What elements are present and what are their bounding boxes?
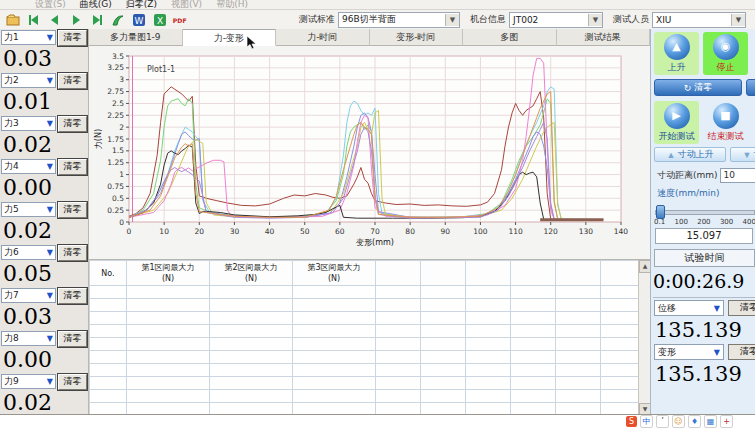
force-channels-panel: 力1▼清零0.03力2▼清零0.01力3▼清零0.02力4▼清零0.00力5▼清… [0, 29, 89, 415]
table-row[interactable] [90, 312, 646, 325]
tab-0[interactable]: 多力量图1-9 [89, 29, 183, 46]
channel-zero-button-3[interactable]: 清零 [58, 116, 87, 132]
table-row[interactable] [90, 325, 646, 338]
nav-prev-icon[interactable] [45, 11, 64, 28]
table-row[interactable] [90, 351, 646, 364]
menu-item-2[interactable]: 归零(Z) [121, 0, 162, 9]
jog-up-button[interactable]: ▲ 上升 [654, 32, 699, 75]
svg-text:3: 3 [119, 75, 124, 84]
open-file-icon[interactable] [3, 11, 22, 28]
field-select-2[interactable]: XIU▼ [652, 12, 746, 28]
inch-distance-input[interactable]: 10 [720, 168, 755, 183]
channel-select-2[interactable]: 力2▼ [1, 73, 56, 88]
stop-button[interactable]: ◉ 停止 [703, 32, 748, 75]
tab-1[interactable]: 力-变形 [183, 29, 277, 46]
channel-select-9[interactable]: 力9▼ [1, 374, 56, 389]
displacement-zero-button[interactable]: 清零 [728, 300, 755, 316]
table-scrollbar[interactable]: ▲ ▼ [638, 260, 650, 416]
channel-zero-button-5[interactable]: 清零 [58, 202, 87, 218]
table-row[interactable] [90, 286, 646, 299]
table-row[interactable] [90, 377, 646, 390]
toolbox-icon[interactable]: + [720, 415, 733, 428]
up-arrow-icon: ▲ [664, 34, 690, 60]
zero-all-button[interactable]: ↻ 清零 [654, 79, 742, 96]
channel-select-6[interactable]: 力6▼ [1, 245, 56, 260]
inch-up-button[interactable]: ▲ 寸动上升 [654, 147, 726, 162]
channel-zero-button-8[interactable]: 清零 [58, 331, 87, 347]
channel-zero-button-2[interactable]: 清零 [58, 73, 87, 89]
menu-item-3: 视图(V) [166, 0, 207, 9]
refresh-icon: ↻ [684, 83, 692, 93]
export-word-icon[interactable]: W [129, 11, 148, 28]
keyboard-icon[interactable]: ▦ [704, 415, 717, 428]
channel-zero-button-9[interactable]: 清零 [58, 374, 87, 390]
end-test-button[interactable]: ■ 结束测试 [703, 101, 748, 144]
start-test-button[interactable]: ▶ 开始测试 [654, 101, 699, 144]
tab-2[interactable]: 力-时间 [276, 29, 370, 46]
table-row[interactable] [90, 364, 646, 377]
deform-zero-button[interactable]: 清零 [728, 344, 755, 360]
table-header-empty [511, 261, 556, 286]
svg-text:1.25: 1.25 [107, 158, 124, 167]
tab-3[interactable]: 变形-时间 [370, 29, 464, 46]
svg-text:20: 20 [195, 227, 205, 236]
punctuation-icon[interactable]: ’ [656, 415, 669, 428]
nav-last-icon[interactable] [87, 11, 106, 28]
play-icon: ▶ [664, 103, 690, 129]
channel-block-3: 力3▼清零0.02 [0, 115, 88, 158]
deform-select[interactable]: 变形 ▼ [654, 344, 724, 360]
chevron-down-icon: ▼ [714, 304, 720, 313]
channel-zero-button-4[interactable]: 清零 [58, 159, 87, 175]
pinyin-mode-icon[interactable]: 中 [640, 415, 653, 428]
channel-zero-button-1[interactable]: 清零 [58, 30, 87, 46]
table-row[interactable] [90, 390, 646, 403]
channel-select-5[interactable]: 力5▼ [1, 202, 56, 217]
svg-text:Plot1-1: Plot1-1 [147, 65, 175, 74]
secondary-action-button[interactable]: ☰ [746, 79, 755, 96]
channel-value-3: 0.02 [0, 132, 88, 158]
input-method-toolbar: S中’☺♦▦+ [626, 415, 733, 427]
displacement-value: 135.139 [651, 316, 755, 342]
channel-zero-button-6[interactable]: 清零 [58, 245, 87, 261]
curve-icon[interactable] [108, 11, 127, 28]
channel-select-7[interactable]: 力7▼ [1, 288, 56, 303]
field-label: 测试标准 [299, 13, 335, 26]
svg-text:130: 130 [579, 227, 594, 236]
svg-text:2: 2 [119, 123, 124, 132]
field-select-0[interactable]: 96B切半背面▼ [338, 12, 460, 28]
menu-item-1[interactable]: 曲线(G) [75, 0, 117, 9]
svg-text:50: 50 [300, 227, 310, 236]
channel-select-8[interactable]: 力8▼ [1, 331, 56, 346]
chevron-down-icon: ▼ [445, 14, 459, 26]
emoji-icon[interactable]: ☺ [672, 415, 685, 428]
speed-value: 15.097 [655, 228, 753, 244]
table-row[interactable] [90, 338, 646, 351]
table-header-3: 第3区间最大力(N) [293, 261, 376, 286]
svg-text:70: 70 [370, 227, 380, 236]
nav-first-icon[interactable] [24, 11, 43, 28]
slider-thumb[interactable] [656, 205, 665, 219]
channel-value-2: 0.01 [0, 89, 88, 115]
nav-next-icon[interactable] [66, 11, 85, 28]
export-pdf-icon[interactable]: PDF [171, 11, 190, 28]
field-select-1[interactable]: JT002▼ [509, 12, 603, 28]
inch-down-button[interactable]: ▼ 寸动下降 [730, 147, 755, 162]
test-time-value: 0:00:26.9 [651, 267, 755, 294]
tab-bar: 多力量图1-9力-变形力-时间变形-时间多图测试结果 [89, 29, 650, 46]
tab-5[interactable]: 测试结果 [557, 29, 651, 46]
displacement-select[interactable]: 位移 ▼ [654, 300, 724, 316]
menu-bar: 设置(S)曲线(G)归零(Z)视图(V)帮助(H) [0, 0, 755, 10]
tab-4[interactable]: 多图 [463, 29, 557, 46]
speed-slider[interactable] [655, 204, 755, 218]
channel-value-9: 0.02 [0, 390, 88, 415]
channel-block-5: 力5▼清零0.02 [0, 201, 88, 244]
channel-zero-button-7[interactable]: 清零 [58, 288, 87, 304]
toolbar: WXPDF 测试标准96B切半背面▼机台信息JT002▼测试人员XIU▼ [0, 10, 755, 30]
channel-select-4[interactable]: 力4▼ [1, 159, 56, 174]
channel-select-3[interactable]: 力3▼ [1, 116, 56, 131]
channel-select-1[interactable]: 力1▼ [1, 30, 56, 45]
table-row[interactable] [90, 299, 646, 312]
export-excel-icon[interactable]: X [150, 11, 169, 28]
voice-input-icon[interactable]: ♦ [688, 415, 701, 428]
sogou-icon[interactable]: S [626, 416, 637, 427]
